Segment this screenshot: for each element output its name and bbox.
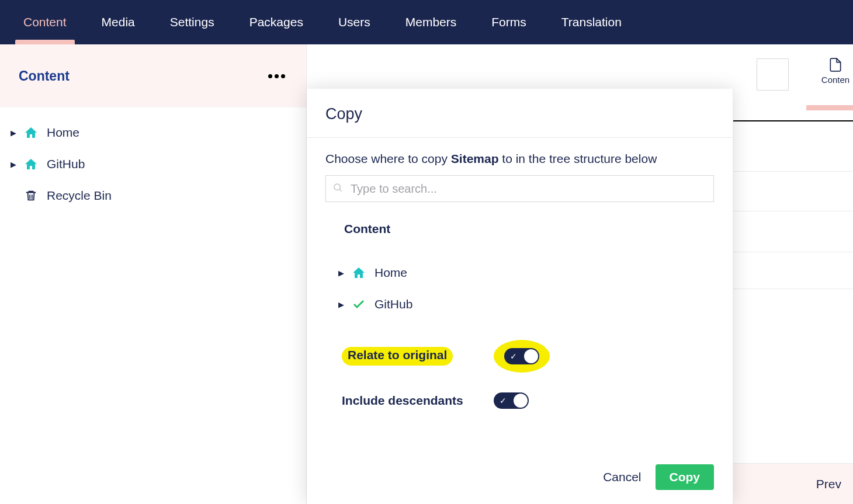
search-wrap	[325, 175, 714, 202]
copy-dialog: Copy Choose where to copy Sitemap to in …	[307, 89, 733, 504]
home-icon	[19, 126, 43, 140]
nav-members[interactable]: Members	[388, 0, 474, 44]
trash-icon	[19, 189, 43, 202]
tab-label: Conten	[821, 75, 849, 85]
home-icon	[346, 266, 371, 280]
nav-users[interactable]: Users	[321, 0, 388, 44]
dialog-instruction: Choose where to copy Sitemap to in the t…	[325, 152, 714, 166]
toggle-descendants-label: Include descendants	[342, 394, 494, 408]
dialog-tree-title: Content	[325, 222, 714, 236]
nav-forms[interactable]: Forms	[474, 0, 544, 44]
dialog-title: Copy	[325, 105, 714, 123]
copy-button[interactable]: Copy	[656, 464, 715, 490]
tree-label: GitHub	[371, 297, 412, 311]
search-icon	[332, 182, 343, 195]
dialog-header: Copy	[307, 89, 733, 138]
dialog-tree-item-github[interactable]: ▶ GitHub	[336, 289, 714, 320]
toggle-descendants[interactable]: ✓	[494, 392, 529, 409]
dialog-tree-item-home[interactable]: ▶ Home	[336, 257, 714, 289]
home-icon	[19, 157, 43, 171]
top-nav: Content Media Settings Packages Users Me…	[0, 0, 853, 44]
toggle-descendants-row: Include descendants ✓	[342, 392, 714, 409]
tree-item-home[interactable]: ▶ Home	[8, 117, 306, 148]
nav-packages[interactable]: Packages	[232, 0, 321, 44]
file-icon	[828, 57, 843, 72]
tree-label: GitHub	[43, 157, 85, 171]
tree-item-recycle-bin[interactable]: Recycle Bin	[8, 180, 306, 211]
tree-label: Home	[43, 126, 79, 140]
cancel-button[interactable]: Cancel	[603, 470, 641, 484]
tree-item-github[interactable]: ▶ GitHub	[8, 148, 306, 180]
sidebar-title: Content	[19, 68, 70, 84]
checkmark-icon: ✓	[500, 396, 507, 405]
tab-content[interactable]: Conten	[818, 57, 853, 85]
caret-right-icon[interactable]: ▶	[336, 269, 346, 277]
tree-label: Home	[371, 266, 407, 280]
caret-right-icon[interactable]: ▶	[336, 300, 346, 309]
caret-right-icon[interactable]: ▶	[8, 128, 19, 137]
search-input[interactable]	[325, 175, 714, 202]
dialog-footer: Cancel Copy	[307, 454, 733, 504]
editor-title-input[interactable]	[757, 58, 789, 91]
nav-media[interactable]: Media	[84, 0, 152, 44]
checkmark-icon: ✓	[510, 352, 517, 361]
caret-right-icon[interactable]: ▶	[8, 160, 19, 169]
svg-point-0	[334, 184, 341, 190]
more-icon[interactable]	[263, 69, 290, 83]
sidebar-tree: ▶ Home ▶ GitHub Recycle Bin	[0, 107, 306, 211]
sidebar-header: Content	[0, 44, 306, 107]
tree-label: Recycle Bin	[43, 189, 112, 203]
nav-content[interactable]: Content	[6, 0, 84, 44]
toggle-relate[interactable]: ✓	[504, 348, 539, 364]
sidebar: Content ▶ Home ▶ GitHub	[0, 44, 307, 504]
toggle-relate-row: Relate to original ✓	[342, 340, 714, 373]
nav-translation[interactable]: Translation	[544, 0, 639, 44]
check-icon	[346, 297, 371, 311]
toggle-relate-label: Relate to original	[342, 347, 494, 366]
preview-button[interactable]: Prev	[816, 477, 841, 491]
dialog-tree: ▶ Home ▶ GitHub	[325, 257, 714, 320]
nav-settings[interactable]: Settings	[152, 0, 232, 44]
